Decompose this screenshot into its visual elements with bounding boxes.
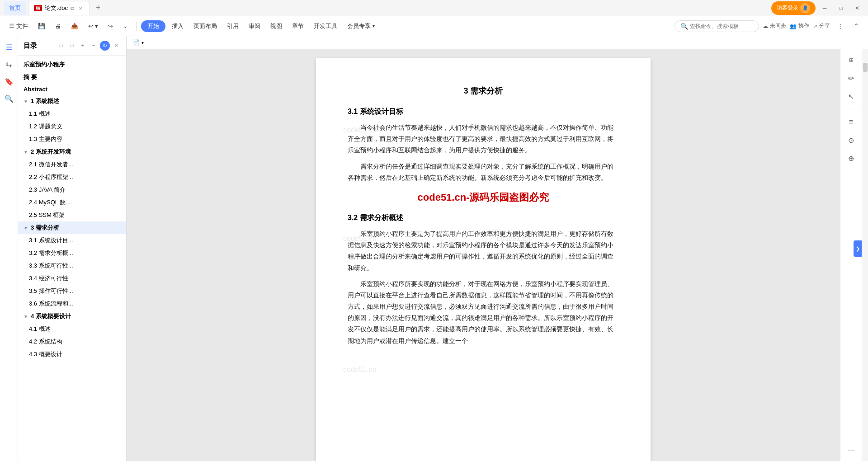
toolbar-icon-export[interactable]: 📤 [67,21,82,31]
close-button[interactable]: ✕ [850,2,864,14]
undo-button[interactable]: ↩ ▾ [85,21,102,31]
toc-label: 2.3 JAVA 简介 [29,186,66,194]
more-options[interactable]: ⋮ [834,21,847,31]
toc-item-3-3[interactable]: 3.3 系统可行性... [18,259,126,272]
toc-item-2-1[interactable]: 2.1 微信开发者... [18,158,126,171]
right-panel-icon-settings[interactable]: ≡ [844,115,859,129]
toc-item-2-4[interactable]: 2.4 MySQL 数... [18,196,126,209]
search-icon: 🔍 [680,23,688,30]
toc-item-2-3[interactable]: 2.3 JAVA 简介 [18,183,126,196]
print-icon: 🖨 [55,23,61,29]
right-panel-icon-circle[interactable]: ⊙ [844,133,859,147]
scroll-thumb[interactable] [863,63,868,72]
toc-item-1-1[interactable]: 1.1 概述 [18,108,126,120]
toc-item-1-2[interactable]: 1.2 课题意义 [18,120,126,133]
main-area: ☰ ⇆ 🔖 🔍 目录 □ □ + − ↻ ✕ 乐室预约小程序 摘 要 [0,36,868,461]
right-panel-icon-map[interactable]: ⊕ [844,151,859,165]
search-box[interactable]: 🔍 [675,20,759,32]
settings-icon[interactable]: − [89,41,98,50]
minimize-button[interactable]: ─ [817,2,832,14]
float-expand-button[interactable]: ❯ [854,240,862,257]
redo-button[interactable]: ↪ [104,21,117,31]
toc-item-3-5[interactable]: 3.5 操作可行性... [18,285,126,297]
menu-review[interactable]: 审阅 [245,20,264,32]
toolbar-icon-print[interactable]: 🖨 [52,21,65,31]
home-tab-label: 首页 [9,4,21,12]
refresh-icon[interactable]: ↻ [100,41,110,51]
menu-layout[interactable]: 页面布局 [190,20,221,32]
expand-all-icon[interactable]: □ [67,41,76,50]
menu-member[interactable]: 会员专享 ▾ [344,20,378,32]
share-icon: ↗ [813,23,817,29]
doc-wrapper: code51.cn code51.cn code51.cn code51.cn … [127,49,868,461]
right-panel-icon-more[interactable]: ··· [844,443,859,457]
close-tab-icon[interactable]: ✕ [77,5,84,12]
collab-button[interactable]: 👥 协作 [790,22,809,30]
toc-item-ch3[interactable]: ▼ 3 需求分析 [18,221,126,234]
toc-item-3-4[interactable]: 3.4 经济可行性 [18,272,126,285]
toolbar-icon-save[interactable]: 💾 [34,21,49,31]
toc-label: 4.1 概述 [29,325,51,333]
menu-view[interactable]: 视图 [267,20,286,32]
tab-document[interactable]: W 论文.doc ⧉ ✕ [28,1,90,15]
menu-dev-tools[interactable]: 开发工具 [310,20,341,32]
sidebar-title: 目录 [24,42,37,50]
scrollbar[interactable] [862,49,868,461]
toc-item-ch4[interactable]: ▼ 4 系统概要设计 [18,310,126,323]
toc-panel-icon[interactable]: ☰ [2,40,16,54]
tab-home[interactable]: 首页 [4,1,26,15]
close-sidebar-icon[interactable]: ✕ [112,41,121,50]
menu-file[interactable]: ☰ 文件 [5,20,32,32]
login-button[interactable]: 访客登录 👤 [771,1,816,15]
cloud-icon: ☁ [763,23,768,29]
new-tab-button[interactable]: + [92,2,104,14]
maximize-button[interactable]: □ [834,2,848,14]
menu-insert[interactable]: 插入 [168,20,187,32]
page-content: code51.cn code51.cn code51.cn code51.cn … [316,58,651,461]
toc-item-ch2[interactable]: ▼ 2 系统开发环境 [18,146,126,158]
right-panel-icon-1[interactable]: ⊞ [844,53,859,67]
save-icon: 💾 [38,23,45,29]
search-panel-icon[interactable]: 🔍 [2,91,16,106]
toc-item-1-3[interactable]: 1.3 主要内容 [18,133,126,146]
restore-icon[interactable]: ⧉ [71,5,74,11]
menu-reference[interactable]: 引用 [223,20,242,32]
sync-button[interactable]: ☁ 未同步 [763,22,786,30]
more-toolbar[interactable]: ⌄ [119,21,132,31]
chapter-title: 3 需求分析 [348,85,619,96]
start-button[interactable]: 开始 [141,20,165,32]
search-input[interactable] [690,23,753,29]
toc-label: 3.5 操作可行性... [29,287,73,295]
toc-label: 2.4 MySQL 数... [29,198,71,207]
toc-label: 2 系统开发环境 [31,148,71,156]
toc-item-ch1[interactable]: ▼ 1 系统概述 [18,95,126,108]
collapse-all-icon[interactable]: □ [57,41,66,50]
right-panel-icon-2[interactable]: ✏ [844,71,859,85]
toc-item-4-3[interactable]: 4.3 概要设计 [18,348,126,361]
table-of-contents: 乐室预约小程序 摘 要 Abstract ▼ 1 系统概述 1.1 概述 1.2… [18,56,126,461]
right-panel-icon-cursor[interactable]: ↖ [844,89,859,103]
toc-label: 3.2 需求分析概... [29,249,73,257]
expand-icon: ▼ [24,99,28,104]
toc-item-3-2[interactable]: 3.2 需求分析概... [18,247,126,259]
toc-item-abstract-en[interactable]: Abstract [18,84,126,95]
nav-icon[interactable]: ⇆ [2,57,16,71]
toc-item-2-2[interactable]: 2.2 小程序框架... [18,171,126,183]
toc-item-3-1[interactable]: 3.1 系统设计目... [18,234,126,247]
add-heading-icon[interactable]: + [78,41,87,50]
right-panel-sep [845,109,858,109]
collapse-toolbar[interactable]: ⌃ [850,21,863,31]
toc-label: 4.2 系统结构 [29,338,62,346]
toc-item-2-5[interactable]: 2.5 SSM 框架 [18,209,126,221]
doc-page: code51.cn code51.cn code51.cn code51.cn … [127,49,840,461]
toc-item-3-6[interactable]: 3.6 系统流程和... [18,297,126,310]
toc-item-4-2[interactable]: 4.2 系统结构 [18,335,126,348]
share-button[interactable]: ↗ 分享 [813,22,830,30]
doc-file-icon[interactable]: 📄 ▾ [132,39,144,46]
toc-item-abstract-cn[interactable]: 摘 要 [18,71,126,84]
toc-label: 3.6 系统流程和... [29,300,73,308]
toc-item-cover[interactable]: 乐室预约小程序 [18,58,126,71]
bookmark-icon[interactable]: 🔖 [2,74,16,89]
toc-item-4-1[interactable]: 4.1 概述 [18,323,126,335]
menu-chapter[interactable]: 章节 [288,20,307,32]
